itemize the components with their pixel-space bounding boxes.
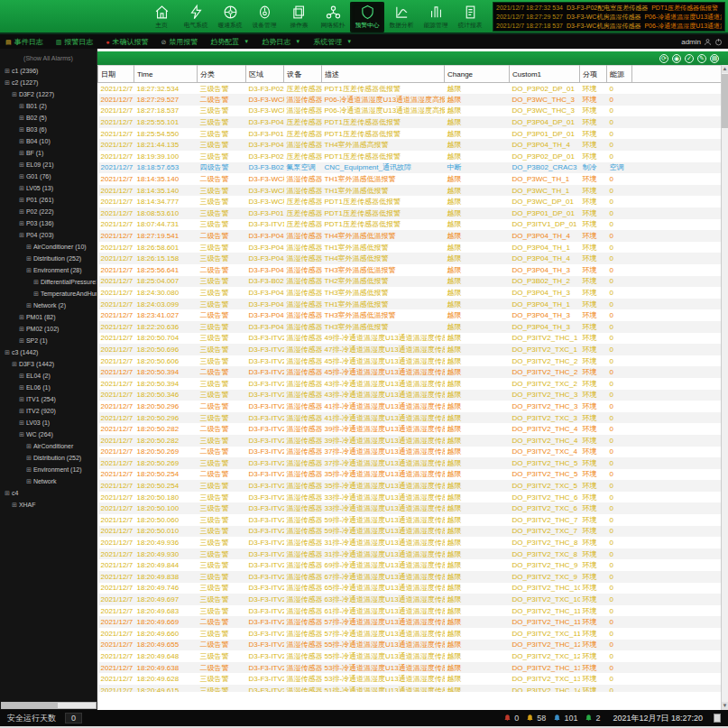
alarm-row[interactable]: 2021/12/718:26:58.601三级告警D3-F3-P04...温湿传…: [98, 242, 722, 253]
tree-node[interactable]: ⊞ITV1 (254): [0, 393, 97, 405]
nav-item-energy[interactable]: 能源管理: [419, 2, 453, 32]
alarm-row[interactable]: 2021/12/718:24:30.080三级告警D3-F3-P04...温湿传…: [98, 287, 722, 299]
tree-node[interactable]: ⊞DifferentialPressureS: [0, 276, 97, 288]
alarm-row[interactable]: 2021/12/718:14:35.140三级告警D3-F3-WC机房温湿传感器…: [98, 185, 722, 197]
column-header[interactable]: 分类: [198, 66, 246, 83]
alarm-row[interactable]: 2021/12/718:20:50.394二级告警D3-F3-ITV2机房温湿传…: [98, 366, 722, 378]
alarm-row[interactable]: 2021/12/718:20:50.269三级告警D3-F3-ITV2机房温湿传…: [98, 457, 722, 469]
alarm-row[interactable]: 2021/12/718:25:55.101三级告警D3-F3-P04...压差传…: [98, 116, 722, 128]
tree-expand-icon[interactable]: ⊞: [19, 182, 24, 194]
tree-node[interactable]: ⊞WC (264): [0, 429, 97, 440]
export-icon[interactable]: ▤: [710, 54, 719, 63]
tree-node[interactable]: ⊞Network (2): [0, 299, 97, 311]
alarm-row[interactable]: 2021/12/718:20:50.696三级告警D3-F3-ITV2机房温湿传…: [98, 344, 722, 355]
alarm-row[interactable]: 2021/12/718:20:50.254二级告警D3-F3-ITV2机房温湿传…: [98, 469, 722, 481]
tree-node[interactable]: ⊞G01 (76): [0, 170, 97, 182]
alarm-row[interactable]: 2021/12/718:20:50.282二级告警D3-F3-ITV2机房温湿传…: [98, 423, 722, 435]
tree-expand-icon[interactable]: ⊞: [26, 253, 32, 264]
menu-item-alarm-log[interactable]: ▥报警日志: [56, 37, 94, 47]
column-header[interactable]: Change: [445, 66, 510, 83]
tree-expand-icon[interactable]: ⊞: [19, 229, 24, 241]
alarm-row[interactable]: 2021/12/718:20:50.296二级告警D3-F3-ITV2机房温湿传…: [98, 401, 722, 412]
alarm-row[interactable]: 2021/12/718:20:50.346三级告警D3-F3-ITV2机房温湿传…: [98, 390, 722, 401]
column-header[interactable]: 日期: [98, 66, 134, 83]
column-header[interactable]: 描述: [322, 66, 445, 83]
column-header[interactable]: Custom1: [510, 66, 580, 83]
tree-node[interactable]: ⊞XHAF: [0, 499, 97, 511]
nav-item-analysis[interactable]: 数据分析: [384, 2, 419, 32]
tree-expand-icon[interactable]: ⊞: [19, 147, 24, 159]
column-header[interactable]: 分项: [580, 66, 607, 83]
tree-node[interactable]: ⊞c3 (1442): [0, 346, 97, 358]
nav-item-topology[interactable]: 网络拓扑: [316, 2, 350, 32]
alarm-row[interactable]: 2021/12/718:20:50.010三级告警D3-F3-ITV2机房温湿传…: [98, 526, 722, 538]
tree-expand-icon[interactable]: ⊞: [12, 88, 17, 100]
user-area[interactable]: admin: [681, 38, 723, 46]
menu-item-disabled-alarms[interactable]: ⊘禁用报警: [161, 37, 198, 47]
alarm-row[interactable]: 2021/12/718:18:57.653四级告警D3-F3-B02...氟泵空…: [98, 162, 722, 174]
column-header[interactable]: 区域: [246, 66, 284, 83]
scroll-thumb[interactable]: [722, 74, 728, 128]
tree-expand-icon[interactable]: ⊞: [26, 264, 32, 276]
alarm-row[interactable]: 2021/12/718:20:50.180三级告警D3-F3-ITV2机房温湿传…: [98, 492, 722, 503]
tree-node[interactable]: ⊞B04 (10): [0, 135, 97, 147]
menu-item-trend-log[interactable]: 趋势日志▼: [262, 37, 300, 47]
tree-expand-icon[interactable]: ⊞: [19, 429, 24, 440]
tree-node[interactable]: ⊞B03 (6): [0, 124, 97, 135]
alarm-row[interactable]: 2021/12/718:20:50.269二级告警D3-F3-ITV2机房温湿传…: [98, 447, 722, 458]
alarm-row[interactable]: 2021/12/718:22:20.636三级告警D3-F3-P04...温湿传…: [98, 321, 722, 333]
alarm-row[interactable]: 2021/12/718:20:50.060三级告警D3-F3-ITV2机房温湿传…: [98, 514, 722, 526]
tree-node[interactable]: ⊞PM02 (102): [0, 323, 97, 335]
alarm-row[interactable]: 2021/12/718:27:19.541二级告警D3-F3-P04...温湿传…: [98, 230, 722, 242]
alarm-row[interactable]: 2021/12/718:20:50.296三级告警D3-F3-ITV2机房温湿传…: [98, 412, 722, 424]
alarm-row[interactable]: 2021/12/718:20:50.282三级告警D3-F3-ITV2机房温湿传…: [98, 435, 722, 447]
tree-expand-icon[interactable]: ⊞: [19, 206, 24, 217]
tree-expand-icon[interactable]: ⊞: [19, 393, 24, 405]
scroll-up-arrow[interactable]: ▲: [722, 65, 728, 73]
tree-node[interactable]: ⊞BF (1): [0, 147, 97, 159]
tree-expand-icon[interactable]: ⊞: [12, 499, 17, 511]
tree-expand-icon[interactable]: ⊞: [19, 311, 24, 323]
column-header[interactable]: 设备: [284, 66, 322, 83]
tree-expand-icon[interactable]: ⊞: [33, 288, 39, 299]
tree-node[interactable]: ⊞PM01 (82): [0, 311, 97, 323]
tree-expand-icon[interactable]: ⊞: [5, 346, 10, 358]
tree-expand-icon[interactable]: ⊞: [19, 159, 24, 170]
tree-expand-icon[interactable]: ⊞: [26, 299, 32, 311]
alarm-row[interactable]: 2021/12/718:24:03.099三级告警D3-F3-P04...温湿传…: [98, 299, 722, 310]
ack-icon[interactable]: ◉: [672, 54, 681, 63]
tree-expand-icon[interactable]: ⊞: [19, 170, 24, 182]
tree-expand-icon[interactable]: ⊞: [19, 417, 24, 429]
tree-node[interactable]: ⊞c4: [0, 487, 97, 499]
nav-item-devices[interactable]: 设备管理: [247, 2, 281, 32]
show-all-alarms-label[interactable]: (Show All Alarms): [0, 49, 97, 65]
tree-node[interactable]: ⊞B01 (2): [0, 100, 97, 112]
alarm-row[interactable]: 2021/12/718:20:49.660三级告警D3-F3-ITV2机房温湿传…: [98, 628, 722, 640]
tree-expand-icon[interactable]: ⊞: [19, 124, 24, 135]
alarm-row[interactable]: 2021/12/718:14:35.140二级告警D3-F3-WC机房温湿传感器…: [98, 173, 722, 185]
scroll-down-arrow[interactable]: ▼: [722, 702, 728, 710]
alarm-row[interactable]: 2021/12/718:20:49.697三级告警D3-F3-ITV2机房温湿传…: [98, 594, 722, 605]
tree-expand-icon[interactable]: ⊞: [19, 100, 24, 112]
alarm-row[interactable]: 2021/12/718:20:49.628三级告警D3-F3-ITV2机房温湿传…: [98, 673, 722, 685]
tree-node[interactable]: ⊞c1 (2396): [0, 65, 97, 77]
tree-expand-icon[interactable]: ⊞: [19, 323, 24, 335]
tree-expand-icon[interactable]: ⊞: [26, 464, 32, 475]
alarm-row[interactable]: 2021/12/718:20:49.638二级告警D3-F3-ITV2机房温湿传…: [98, 662, 722, 674]
menu-item-system-mgmt[interactable]: 系统管理▼: [313, 37, 352, 47]
tree-expand-icon[interactable]: ⊞: [33, 276, 39, 288]
alarm-row[interactable]: 2021/12/718:25:04.007三级告警D3-F3-B02...温湿传…: [98, 276, 722, 288]
tree-expand-icon[interactable]: ⊞: [5, 487, 10, 499]
tree-expand-icon[interactable]: ⊞: [12, 358, 17, 370]
tree-expand-icon[interactable]: ⊞: [26, 241, 32, 253]
sidebar-horizontal-scrollbar[interactable]: [1, 702, 97, 709]
alarm-row[interactable]: 2021/12/718:23:41.027二级告警D3-F3-P04...温湿传…: [98, 309, 722, 321]
alarm-row[interactable]: 2021/12/718:20:50.606三级告警D3-F3-ITV2机房温湿传…: [98, 355, 722, 367]
tree-expand-icon[interactable]: ⊞: [26, 440, 32, 452]
tree-expand-icon[interactable]: ⊞: [19, 370, 24, 382]
alarm-row[interactable]: 2021/12/718:20:50.704三级告警D3-F3-ITV2机房温湿传…: [98, 333, 722, 345]
tree-expand-icon[interactable]: ⊞: [26, 475, 32, 487]
tree-expand-icon[interactable]: ⊞: [5, 77, 10, 88]
column-header[interactable]: Time: [134, 66, 198, 83]
tree-node[interactable]: ⊞P03 (136): [0, 217, 97, 229]
